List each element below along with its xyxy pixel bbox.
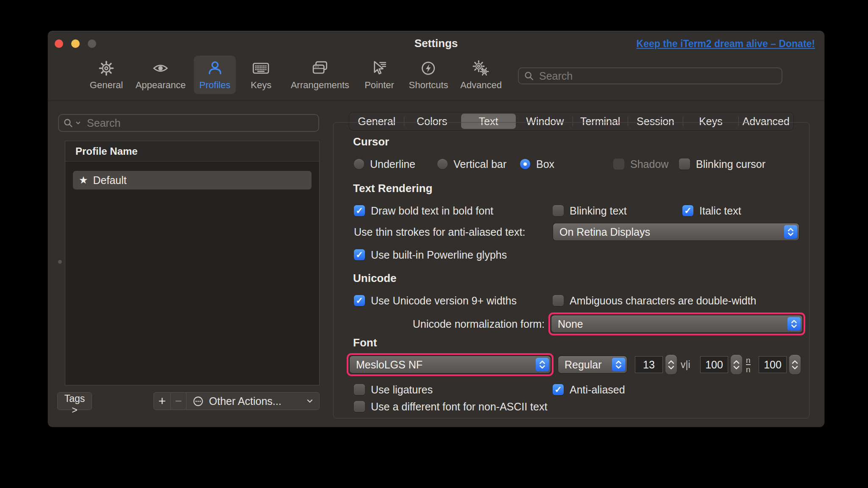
checkbox-blinking-cursor[interactable]: Blinking cursor	[679, 155, 765, 173]
toolbar-item-label: Advanced	[460, 80, 502, 91]
checkbox-italic-text[interactable]: Italic text	[682, 201, 741, 220]
settings-toolbar: General Appearance Profiles Keys Arrange…	[48, 55, 824, 101]
radio-selected-icon[interactable]	[520, 159, 530, 169]
toolbar-item-label: Shortcuts	[409, 80, 448, 91]
toolbar-search-input[interactable]	[538, 70, 776, 83]
profile-row-default[interactable]: ★ Default	[73, 171, 312, 190]
donate-link[interactable]: Keep the iTerm2 dream alive – Donate!	[637, 38, 815, 50]
toolbar-item-arrangements[interactable]: Arrangements	[285, 56, 355, 94]
toolbar-item-label: Arrangements	[291, 80, 349, 91]
checkbox-label: Blinking text	[570, 205, 627, 217]
font-style-popup[interactable]: Regular	[558, 356, 627, 373]
toolbar-item-keys[interactable]: Keys	[245, 56, 277, 94]
popup-stepper-icon	[784, 225, 797, 239]
unicode-normalization-popup[interactable]: None	[551, 315, 802, 332]
checkbox-shadow: Shadow	[613, 155, 668, 173]
checkbox-antialiased[interactable]: Anti-aliased	[553, 380, 625, 399]
radio-label: Box	[536, 158, 554, 170]
other-actions-dropdown[interactable]: Other Actions...	[186, 393, 319, 410]
thin-strokes-label: Use thin strokes for anti-aliased text:	[354, 223, 525, 241]
checkbox-icon	[613, 159, 624, 170]
font-family-popup[interactable]: MesloLGS NF	[350, 356, 551, 373]
horizontal-spacing-stepper[interactable]	[731, 355, 742, 374]
checkbox-ambiguous-width[interactable]: Ambiguous characters are double-width	[553, 291, 757, 310]
splitter-handle[interactable]	[58, 260, 62, 264]
radio-underline[interactable]: Underline	[354, 155, 415, 173]
chevron-up-icon	[668, 360, 674, 364]
checkbox-blinking-text[interactable]: Blinking text	[553, 201, 627, 220]
non-ascii-row: Use a different font for non-ASCII text	[334, 397, 809, 416]
checkbox-icon[interactable]	[553, 205, 564, 216]
toolbar-item-label: Keys	[251, 80, 272, 91]
checkbox-icon[interactable]	[354, 401, 365, 412]
chevron-down-icon[interactable]	[75, 120, 81, 126]
popup-stepper-icon	[536, 358, 549, 371]
highlight-frame-normalization: None	[548, 312, 805, 335]
remove-profile-button[interactable]: −	[171, 393, 186, 410]
radio-box[interactable]: Box	[520, 155, 554, 173]
checkbox-ligatures[interactable]: Use ligatures	[354, 380, 433, 399]
checkbox-label: Shadow	[630, 158, 668, 170]
checkbox-icon[interactable]	[354, 384, 365, 395]
toolbar-item-advanced[interactable]: Advanced	[455, 56, 507, 94]
profile-search-input[interactable]	[86, 117, 314, 130]
thin-strokes-popup[interactable]: On Retina Displays	[553, 223, 799, 240]
vertical-spacing-stepper[interactable]	[789, 355, 801, 374]
checkbox-checked-icon[interactable]	[354, 205, 365, 216]
toolbar-item-label: Appearance	[136, 80, 186, 91]
profile-search-field[interactable]	[58, 114, 319, 132]
text-rendering-row: Draw bold text in bold font Blinking tex…	[334, 201, 809, 220]
keyboard-icon	[251, 59, 271, 78]
star-icon: ★	[79, 174, 88, 186]
popup-stepper-icon	[612, 358, 625, 371]
toolbar-search-field[interactable]	[518, 67, 782, 84]
checkbox-checked-icon[interactable]	[553, 384, 564, 395]
powerline-row: Use built-in Powerline glyphs	[334, 245, 809, 264]
radio-icon[interactable]	[437, 159, 448, 169]
checkbox-checked-icon[interactable]	[354, 249, 365, 260]
toolbar-item-profiles[interactable]: Profiles	[194, 56, 236, 94]
toolbar-item-label: General	[90, 80, 123, 91]
font-size-stepper[interactable]	[665, 355, 677, 374]
horizontal-spacing-field[interactable]	[700, 356, 728, 373]
checkbox-powerline[interactable]: Use built-in Powerline glyphs	[354, 245, 507, 264]
radio-vertical-bar[interactable]: Vertical bar	[437, 155, 506, 173]
text-rendering-section-heading: Text Rendering	[353, 182, 432, 195]
person-icon	[205, 59, 225, 78]
checkbox-label: Use ligatures	[371, 384, 433, 396]
desktop-background: Settings Keep the iTerm2 dream alive – D…	[0, 0, 868, 488]
toolbar-item-shortcuts[interactable]: Shortcuts	[403, 56, 454, 94]
highlight-frame-font-family: MesloLGS NF	[347, 353, 554, 376]
toolbar-item-label: Profiles	[199, 80, 230, 91]
toolbar-item-pointer[interactable]: Pointer	[359, 56, 400, 94]
horizontal-spacing-icon: v|i	[681, 355, 690, 374]
tags-button[interactable]: Tags >	[57, 392, 92, 410]
font-size-field[interactable]	[635, 356, 663, 373]
profile-list: Profile Name ★ Default	[65, 141, 320, 385]
checkbox-label: Ambiguous characters are double-width	[570, 295, 757, 307]
checkbox-draw-bold[interactable]: Draw bold text in bold font	[354, 201, 493, 220]
checkbox-checked-icon[interactable]	[354, 295, 365, 306]
add-profile-button[interactable]: +	[154, 393, 171, 410]
cursor-shape-row: Underline Vertical bar Box Shadow Blinki…	[334, 155, 809, 173]
ligatures-row: Use ligatures Anti-aliased	[334, 380, 809, 399]
checkbox-unicode-v9[interactable]: Use Unicode version 9+ widths	[354, 291, 517, 310]
checkbox-label: Anti-aliased	[570, 384, 625, 396]
gears-icon	[471, 59, 491, 78]
frac-top: n	[746, 356, 751, 364]
checkbox-checked-icon[interactable]	[682, 205, 693, 216]
toolbar-item-general[interactable]: General	[84, 56, 128, 94]
checkbox-icon[interactable]	[553, 295, 564, 306]
radio-label: Vertical bar	[453, 158, 506, 170]
checkbox-non-ascii-font[interactable]: Use a different font for non-ASCII text	[354, 397, 547, 416]
popup-value: None	[558, 318, 583, 330]
other-actions-label: Other Actions...	[209, 395, 301, 407]
chevron-up-icon	[792, 360, 798, 364]
vertical-spacing-field[interactable]	[759, 356, 787, 373]
checkbox-icon[interactable]	[679, 159, 690, 170]
profile-actions-group: + − Other Actions...	[153, 392, 320, 410]
radio-icon[interactable]	[354, 159, 364, 169]
vertical-spacing-icon: n n	[746, 355, 751, 374]
toolbar-item-appearance[interactable]: Appearance	[130, 56, 192, 94]
gear-icon	[97, 59, 116, 78]
